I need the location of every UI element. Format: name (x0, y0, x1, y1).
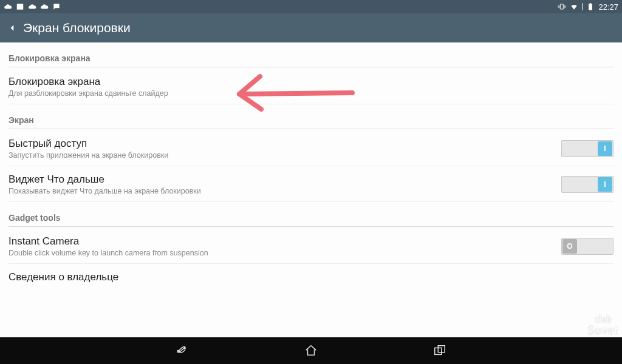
watermark-line2: Sovet (587, 324, 618, 336)
row-title: Сведения о владельце (9, 271, 613, 283)
cloud-icon (4, 2, 12, 11)
recent-apps-icon (433, 344, 446, 357)
status-bar: 22:27 (0, 0, 622, 13)
row-instant-camera[interactable]: Instant Camera Double click volume key t… (9, 228, 613, 264)
vibrate-icon (558, 2, 566, 11)
row-subtitle: Запустить приложения на экране блокировк… (9, 151, 561, 160)
section-header-gadget: Gadget tools (9, 202, 613, 227)
back-icon (176, 344, 189, 357)
section-header-screen: Экран (9, 104, 613, 129)
row-subtitle: Для разблокировки экрана сдвиньте слайде… (9, 89, 613, 98)
row-subtitle: Double click volume key to launch camera… (9, 249, 561, 257)
divider-icon (582, 3, 583, 10)
toggle-knob: I (598, 141, 612, 156)
watermark: club Sovet (587, 314, 618, 336)
row-whats-next-widget[interactable]: Виджет Что дальше Показывать виджет Что … (9, 166, 613, 202)
battery-icon (586, 2, 595, 11)
nav-back-button[interactable] (173, 341, 192, 360)
toggle-knob: I (598, 177, 612, 192)
app-header: Экран блокировки (0, 13, 622, 42)
row-lock-screen[interactable]: Блокировка экрана Для разблокировки экра… (9, 69, 613, 104)
watermark-line1: club (587, 314, 618, 324)
status-notifications (4, 2, 61, 11)
toggle-quick-access[interactable]: I (561, 140, 613, 157)
status-system-icons: 22:27 (558, 2, 618, 12)
row-owner-info[interactable]: Сведения о владельце (9, 264, 613, 289)
nav-home-button[interactable] (301, 341, 321, 360)
section-header-lock: Блокировка экрана (9, 42, 613, 67)
back-button[interactable] (5, 21, 19, 35)
svg-rect-0 (590, 5, 592, 10)
clock-text: 22:27 (598, 2, 618, 12)
toggle-whats-next[interactable]: I (561, 176, 613, 193)
chevron-left-icon (8, 21, 16, 35)
home-icon (304, 344, 318, 357)
row-title: Instant Camera (9, 235, 561, 248)
row-title: Быстрый доступ (9, 138, 561, 150)
nav-bar (0, 337, 622, 364)
nav-recent-button[interactable] (430, 341, 449, 360)
cloud-icon (28, 2, 36, 11)
wifi-icon (570, 2, 578, 11)
row-subtitle: Показывать виджет Что дальше на экране б… (9, 187, 561, 195)
image-icon (16, 2, 24, 11)
row-title: Блокировка экрана (9, 76, 613, 88)
cloud-icon (40, 2, 49, 11)
row-quick-access[interactable]: Быстрый доступ Запустить приложения на э… (9, 130, 613, 166)
page-title: Экран блокировки (23, 21, 131, 35)
settings-content: Блокировка экрана Блокировка экрана Для … (0, 42, 622, 337)
row-title: Виджет Что дальше (9, 174, 561, 186)
chat-icon (52, 2, 61, 11)
toggle-knob: O (562, 239, 577, 254)
toggle-instant-camera[interactable]: O (561, 238, 613, 255)
